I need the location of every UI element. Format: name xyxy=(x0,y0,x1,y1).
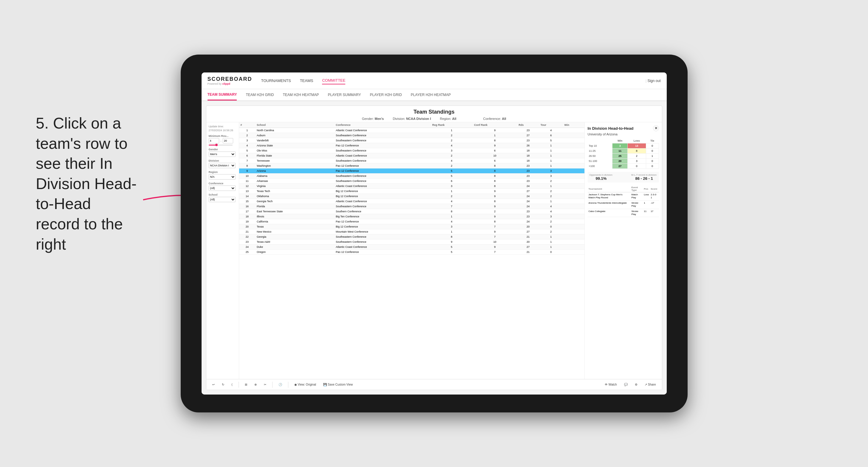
filter-division: Division: NCAA Division I xyxy=(393,117,431,121)
tournament-name: Cabo Collegiate xyxy=(588,209,631,217)
clock-button[interactable]: 🕐 xyxy=(276,382,284,387)
redo-button[interactable]: ↻ xyxy=(219,382,227,387)
table-row[interactable]: 19 California Pac-12 Conference 4 8 24 2 xyxy=(239,219,584,224)
save-custom-view-button[interactable]: 💾 Save Custom View xyxy=(321,382,355,387)
cell-win xyxy=(563,194,584,199)
min-rounds-max[interactable] xyxy=(223,138,233,144)
table-row[interactable]: 7 Tennessee Southeastern Conference 4 6 … xyxy=(239,158,584,163)
cell-tour: 1 xyxy=(539,199,563,204)
cell-conf-rank: 10 xyxy=(473,240,517,245)
table-row[interactable]: 4 Arizona State Pac-12 Conference 4 9 26… xyxy=(239,143,584,148)
conference-select[interactable]: (All) xyxy=(209,186,236,191)
subnav-player-h2h-grid[interactable]: PLAYER H2H GRID xyxy=(370,89,402,100)
cell-conference: Pac-12 Conference xyxy=(334,219,431,224)
watch-button[interactable]: 👁 Watch xyxy=(602,382,619,387)
cell-reg-rank: 1 xyxy=(431,214,472,219)
min-rounds-slider[interactable] xyxy=(209,145,232,146)
table-row[interactable]: 5 Ole Miss Southeastern Conference 3 6 1… xyxy=(239,148,584,153)
nav-tournaments[interactable]: TOURNAMENTS xyxy=(261,77,291,84)
table-row[interactable]: 21 New Mexico Mountain West Conference 1… xyxy=(239,229,584,235)
h2h-1125-loss: 8 xyxy=(628,149,646,154)
cell-conf-rank: 8 xyxy=(473,219,517,224)
table-row[interactable]: 2 Auburn Southeastern Conference 2 1 27 … xyxy=(239,133,584,138)
h2h-row-51100: 51-100 xyxy=(588,159,613,164)
cell-tour: 4 xyxy=(539,209,563,214)
view-original-button[interactable]: ◉ View: Original xyxy=(292,382,319,387)
table-row[interactable]: 12 Virginia Atlantic Coast Conference 3 … xyxy=(239,184,584,189)
copy-button[interactable]: ⊞ xyxy=(242,382,250,387)
h2h-1125-tie: 0 xyxy=(646,149,659,154)
col-conf-rank: Conf Rank xyxy=(473,122,517,128)
cell-win xyxy=(563,224,584,229)
tournament-col-score: Score xyxy=(650,186,659,192)
nav-logo: SCOREBOARD Powered by clippd xyxy=(208,76,252,85)
toolbar-sep-2 xyxy=(272,382,273,388)
table-row[interactable]: 6 Florida State Atlantic Coast Conferenc… xyxy=(239,153,584,158)
share-icon: ↗ xyxy=(645,383,647,386)
cell-tour: 2 xyxy=(539,194,563,199)
cell-rank: 17 xyxy=(239,209,255,214)
subnav-team-h2h-grid[interactable]: TEAM H2H GRID xyxy=(246,89,274,100)
table-row[interactable]: 8 Washington Pac-12 Conference 2 8 23 1 xyxy=(239,163,584,168)
nav-teams[interactable]: TEAMS xyxy=(300,77,313,84)
cell-tour: 4 xyxy=(539,128,563,133)
cell-conf-rank: 7 xyxy=(473,250,517,255)
table-row[interactable]: 16 Florida Southeastern Conference 7 9 2… xyxy=(239,204,584,209)
division-control: Division NCAA Division I xyxy=(209,159,237,168)
cell-school: Vanderbilt xyxy=(255,138,334,143)
h2h-over100-loss: 0 xyxy=(628,164,646,169)
tournament-table: Tournament Event Type Pos Score Jackson … xyxy=(588,186,659,217)
table-row[interactable]: 22 Georgia Southeastern Conference 8 7 2… xyxy=(239,235,584,240)
table-row[interactable]: 25 Oregon Pac-12 Conference 5 7 21 0 xyxy=(239,250,584,255)
subnav-team-summary[interactable]: TEAM SUMMARY xyxy=(208,89,237,100)
table-row[interactable]: 14 Oklahoma Big 12 Conference 2 9 24 2 xyxy=(239,194,584,199)
cell-reg-rank: 7 xyxy=(431,204,472,209)
cell-rds: 27 xyxy=(517,245,539,250)
cut-button[interactable]: ✂ xyxy=(261,382,269,387)
table-row[interactable]: 1 North Carolina Atlantic Coast Conferen… xyxy=(239,128,584,133)
step-back-button[interactable]: ⟨ xyxy=(229,382,235,387)
cell-conference: Atlantic Coast Conference xyxy=(334,153,431,158)
subnav-team-h2h-heatmap[interactable]: TEAM H2H HEATMAP xyxy=(283,89,319,100)
comment-button[interactable]: 💬 xyxy=(622,382,630,387)
table-row[interactable]: 11 Arkansas Southeastern Conference 6 8 … xyxy=(239,179,584,184)
table-row[interactable]: 18 Illinois Big Ten Conference 1 9 23 3 xyxy=(239,214,584,219)
cell-conf-rank: 2 xyxy=(473,209,517,214)
cell-rank: 9 xyxy=(239,168,255,174)
table-row[interactable]: 13 Texas Tech Big 12 Conference 1 9 27 2 xyxy=(239,189,584,194)
subnav-player-h2h-heatmap[interactable]: PLAYER H2H HEATMAP xyxy=(411,89,451,100)
min-rounds-min[interactable] xyxy=(209,138,219,144)
region-select[interactable]: N/A xyxy=(209,174,236,180)
h2h-stats: Opponents in division: 99.1% W-L-T recor… xyxy=(588,172,659,183)
cell-tour: 3 xyxy=(539,174,563,179)
nav-committee[interactable]: COMMITTEE xyxy=(322,77,345,84)
cell-school: Georgia xyxy=(255,235,334,240)
h2h-panel: In Division Head-to-Head ✕ University of… xyxy=(584,122,662,379)
col-reg-rank: Reg Rank xyxy=(431,122,472,128)
table-row[interactable]: 9 Arizona Pac-12 Conference 5 8 23 3 xyxy=(239,168,584,174)
cell-reg-rank: 2 xyxy=(431,153,472,158)
table-row[interactable]: 15 Georgia Tech Atlantic Coast Conferenc… xyxy=(239,199,584,204)
cell-reg-rank: 3 xyxy=(431,184,472,189)
sign-out-button[interactable]: Sign out xyxy=(646,79,661,83)
paste-button[interactable]: ⊕ xyxy=(252,382,259,387)
school-select[interactable]: (All) xyxy=(209,197,236,202)
table-row[interactable]: 23 Texas A&M Southeastern Conference 9 1… xyxy=(239,240,584,245)
share-button[interactable]: ↗ Share xyxy=(642,382,658,387)
cell-reg-rank: 3 xyxy=(431,148,472,153)
h2h-51100-loss: 3 xyxy=(628,159,646,164)
table-row[interactable]: 3 Vanderbilt Southeastern Conference 2 8… xyxy=(239,138,584,143)
h2h-close-button[interactable]: ✕ xyxy=(653,125,659,131)
settings-button[interactable]: ⚙ xyxy=(632,382,640,387)
table-row[interactable]: 10 Alabama Southeastern Conference 5 8 2… xyxy=(239,174,584,179)
opponents-value: 99.1% xyxy=(589,176,613,181)
table-row[interactable]: 24 Duke Atlantic Coast Conference 5 9 27… xyxy=(239,245,584,250)
gender-select[interactable]: Men's Women's xyxy=(209,152,236,157)
cell-conf-rank: 9 xyxy=(473,128,517,133)
subnav-player-summary[interactable]: PLAYER SUMMARY xyxy=(328,89,361,100)
division-select[interactable]: NCAA Division I xyxy=(209,163,236,168)
h2h-top10-tie: 0 xyxy=(646,144,659,149)
table-row[interactable]: 20 Texas Big 12 Conference 3 7 20 0 xyxy=(239,224,584,229)
undo-button[interactable]: ↩ xyxy=(210,382,217,387)
table-row[interactable]: 17 East Tennessee State Southern Confere… xyxy=(239,209,584,214)
